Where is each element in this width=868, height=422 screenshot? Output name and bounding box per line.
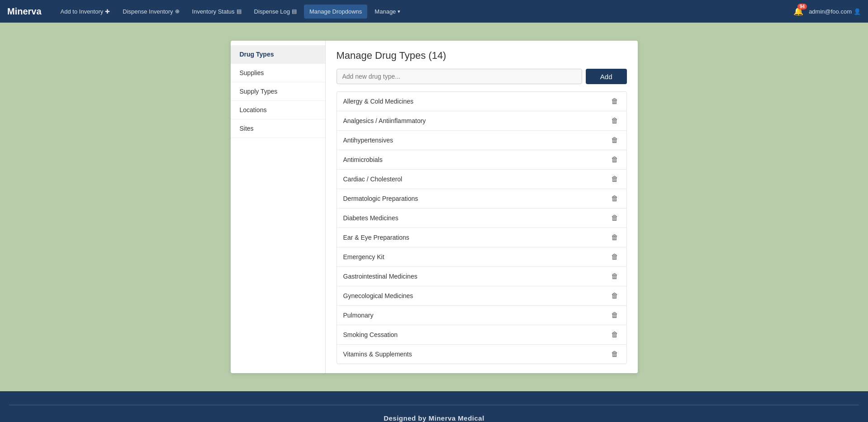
drug-list-item: Dermatologic Preparations 🗑 — [337, 189, 626, 209]
drug-type-name: Gynecological Medicines — [343, 292, 413, 299]
user-menu[interactable]: admin@foo.com 👤 — [809, 8, 861, 15]
sidebar: Drug Types Supplies Supply Types Locatio… — [231, 41, 326, 373]
drug-list-item: Analgesics / Antiinflammatory 🗑 — [337, 111, 626, 131]
drug-list-item: Gastrointestinal Medicines 🗑 — [337, 267, 626, 286]
main-content: Drug Types Supplies Supply Types Locatio… — [0, 23, 868, 391]
content-area: Manage Drug Types (14) Add Allergy & Col… — [326, 41, 638, 373]
drug-type-name: Antimicrobials — [343, 156, 383, 163]
drug-type-name: Cardiac / Cholesterol — [343, 175, 403, 183]
nav-add-inventory[interactable]: Add to Inventory ✚ — [55, 5, 116, 19]
nav-dispense-inventory[interactable]: Dispense Inventory ⊕ — [117, 5, 185, 19]
drug-list-item: Vitamins & Supplements 🗑 — [337, 345, 626, 364]
delete-drug-type-button[interactable]: 🗑 — [609, 310, 620, 320]
drug-type-name: Emergency Kit — [343, 253, 384, 261]
delete-drug-type-button[interactable]: 🗑 — [609, 174, 620, 184]
notifications-button[interactable]: 🔔 94 — [793, 6, 803, 16]
notification-badge: 94 — [797, 4, 807, 9]
drug-type-name: Antihypertensives — [343, 137, 394, 144]
drug-type-list: Allergy & Cold Medicines 🗑 Analgesics / … — [337, 91, 627, 364]
delete-drug-type-button[interactable]: 🗑 — [609, 116, 620, 126]
drug-list-item: Emergency Kit 🗑 — [337, 247, 626, 267]
delete-drug-type-button[interactable]: 🗑 — [609, 213, 620, 223]
nav-manage-dropdowns[interactable]: Manage Dropdowns — [304, 5, 367, 19]
drug-type-name: Vitamins & Supplements — [343, 351, 412, 358]
drug-list-item: Antimicrobials 🗑 — [337, 150, 626, 170]
drug-list-item: Pulmonary 🗑 — [337, 306, 626, 325]
drug-list-item: Allergy & Cold Medicines 🗑 — [337, 92, 626, 111]
delete-drug-type-button[interactable]: 🗑 — [609, 96, 620, 106]
user-icon: 👤 — [854, 8, 861, 15]
nav-manage[interactable]: Manage ▾ — [369, 5, 406, 19]
page-title: Manage Drug Types (14) — [337, 50, 627, 62]
add-drug-type-button[interactable]: Add — [586, 69, 627, 84]
app-brand[interactable]: Minerva — [7, 6, 42, 17]
drug-list-item: Smoking Cessation 🗑 — [337, 325, 626, 345]
add-row: Add — [337, 69, 627, 84]
drug-type-name: Dermatologic Preparations — [343, 195, 418, 202]
drug-list-item: Gynecological Medicines 🗑 — [337, 286, 626, 306]
delete-drug-type-button[interactable]: 🗑 — [609, 252, 620, 262]
delete-drug-type-button[interactable]: 🗑 — [609, 349, 620, 359]
drug-list-item: Antihypertensives 🗑 — [337, 131, 626, 150]
drug-type-name: Pulmonary — [343, 312, 374, 319]
sidebar-item-supplies[interactable]: Supplies — [231, 64, 325, 82]
drug-type-name: Diabetes Medicines — [343, 214, 398, 222]
delete-drug-type-button[interactable]: 🗑 — [609, 271, 620, 281]
add-drug-type-input[interactable] — [337, 69, 582, 84]
footer-divider — [9, 405, 859, 405]
footer-brand: Designed by Minerva Medical — [9, 414, 859, 422]
drug-type-name: Allergy & Cold Medicines — [343, 98, 414, 105]
delete-drug-type-button[interactable]: 🗑 — [609, 135, 620, 145]
card-container: Drug Types Supplies Supply Types Locatio… — [231, 41, 638, 373]
drug-type-name: Smoking Cessation — [343, 331, 398, 338]
nav-inventory-status[interactable]: Inventory Status ▤ — [187, 5, 247, 19]
delete-drug-type-button[interactable]: 🗑 — [609, 194, 620, 204]
drug-type-name: Ear & Eye Preparations — [343, 234, 409, 241]
drug-type-name: Analgesics / Antiinflammatory — [343, 117, 426, 124]
navbar: Minerva Add to Inventory ✚ Dispense Inve… — [0, 0, 868, 23]
delete-drug-type-button[interactable]: 🗑 — [609, 330, 620, 340]
drug-list-item: Ear & Eye Preparations 🗑 — [337, 228, 626, 247]
footer: Designed by Minerva Medical About Our Pr… — [0, 391, 868, 422]
sidebar-item-supply-types[interactable]: Supply Types — [231, 82, 325, 101]
drug-type-name: Gastrointestinal Medicines — [343, 273, 417, 280]
sidebar-item-sites[interactable]: Sites — [231, 119, 325, 138]
delete-drug-type-button[interactable]: 🗑 — [609, 291, 620, 301]
user-email: admin@foo.com — [809, 8, 852, 15]
sidebar-item-drug-types[interactable]: Drug Types — [231, 45, 325, 64]
delete-drug-type-button[interactable]: 🗑 — [609, 155, 620, 165]
nav-menu: Add to Inventory ✚ Dispense Inventory ⊕ … — [55, 5, 794, 19]
delete-drug-type-button[interactable]: 🗑 — [609, 232, 620, 242]
nav-dispense-log[interactable]: Dispense Log ▤ — [249, 5, 303, 19]
drug-list-item: Cardiac / Cholesterol 🗑 — [337, 170, 626, 189]
sidebar-item-locations[interactable]: Locations — [231, 101, 325, 119]
navbar-right: 🔔 94 admin@foo.com 👤 — [793, 6, 861, 16]
drug-list-item: Diabetes Medicines 🗑 — [337, 209, 626, 228]
